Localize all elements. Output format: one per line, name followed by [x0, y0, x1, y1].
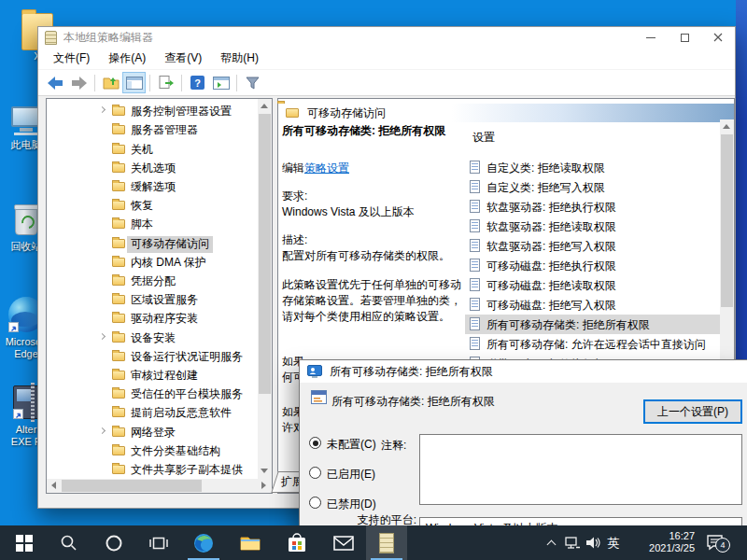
taskbar-gpedit-button[interactable] [366, 525, 407, 560]
tree-item[interactable]: 受信任的平台模块服务 [47, 384, 258, 402]
back-button[interactable] [44, 72, 67, 93]
policy-doc-icon [470, 200, 480, 213]
expand-chevron-icon[interactable] [99, 333, 106, 340]
scroll-right-arrow[interactable] [261, 482, 266, 489]
tree-item-selected[interactable]: 可移动存储访问 [47, 233, 258, 252]
cortana-button[interactable] [93, 525, 134, 560]
radio-disabled[interactable] [309, 497, 321, 509]
start-button[interactable] [4, 525, 45, 560]
menu-help[interactable]: 帮助(H) [211, 48, 268, 69]
minimize-button[interactable] [634, 27, 668, 48]
close-icon [713, 33, 723, 42]
ime-indicator[interactable]: 英 [601, 525, 626, 560]
menu-view[interactable]: 查看(V) [155, 48, 211, 69]
zip-app-icon [13, 385, 39, 419]
setting-row[interactable]: 可移动磁盘: 拒绝执行权限 [465, 256, 721, 275]
folder-icon [112, 389, 125, 399]
recycle-bin-icon [15, 207, 37, 235]
clock-time: 16:27 [624, 530, 695, 542]
tree-item[interactable]: 网络登录 [47, 422, 258, 441]
scrollbar-thumb[interactable] [259, 114, 271, 394]
taskbar-clock[interactable]: 16:27 2021/3/25 [624, 530, 695, 554]
file-explorer-button[interactable] [230, 525, 271, 560]
previous-setting-button[interactable]: 上一个设置(P) [643, 399, 742, 424]
setting-row[interactable]: 软盘驱动器: 拒绝执行权限 [465, 197, 721, 217]
gpedit-scroll-icon [379, 533, 394, 553]
tree-item[interactable]: 驱动程序安装 [47, 308, 258, 327]
maximize-button[interactable] [668, 27, 701, 48]
notification-count-badge[interactable]: 4 [715, 538, 730, 553]
tree-item[interactable]: 审核过程创建 [47, 365, 258, 384]
tree-item[interactable]: 内核 DMA 保护 [47, 252, 258, 271]
scroll-down-arrow[interactable] [261, 469, 268, 473]
tree-item[interactable]: 服务器管理器 [47, 119, 258, 138]
folder-icon [112, 333, 125, 343]
tree-vertical-scrollbar[interactable] [258, 99, 272, 479]
tree-item[interactable]: 设备运行状况证明服务 [47, 346, 258, 365]
description-label: 描述: [282, 232, 307, 248]
requirement-label: 要求: [282, 189, 307, 204]
scrollbar-thumb[interactable] [721, 134, 733, 307]
tree-item[interactable]: 文件分类基础结构 [47, 441, 258, 459]
settings-column-header[interactable]: 设置 [472, 130, 495, 146]
tree-item[interactable]: 关机选项 [47, 158, 258, 176]
expand-chevron-icon[interactable] [99, 106, 106, 113]
tree-item[interactable]: 凭据分配 [47, 271, 258, 289]
shortcut-arrow-icon [13, 409, 23, 419]
tree-item[interactable]: 恢复 [47, 195, 258, 214]
tree-item[interactable]: 提前启动反恶意软件 [47, 402, 258, 421]
comment-textarea[interactable] [419, 434, 742, 505]
tree-horizontal-scrollbar[interactable] [47, 479, 272, 493]
setting-row[interactable]: 可移动磁盘: 拒绝写入权限 [465, 295, 721, 315]
forward-button[interactable] [67, 72, 91, 93]
dialog-policy-name: 所有可移动存储类: 拒绝所有权限 [331, 394, 495, 410]
setting-row[interactable]: 所有可移动存储: 允许在远程会话中直接访问 [465, 334, 721, 354]
scroll-up-arrow[interactable] [261, 104, 268, 108]
radio-enabled[interactable] [309, 467, 321, 479]
up-one-level-button[interactable] [99, 72, 122, 93]
policy-doc-icon [470, 337, 480, 350]
tree-item[interactable]: 区域设置服务 [47, 289, 258, 308]
scroll-left-arrow[interactable] [51, 482, 56, 489]
close-button[interactable] [701, 27, 735, 48]
menu-action[interactable]: 操作(A) [99, 48, 155, 69]
desktop: X 此电脑 回收站 MicrosoftEdge AlterEXE P 本地组策略… [0, 0, 747, 560]
setting-row[interactable]: 自定义类: 拒绝写入权限 [465, 177, 721, 197]
mail-button[interactable] [323, 525, 364, 560]
task-view-button[interactable] [138, 525, 179, 560]
show-console-tree-button[interactable] [122, 72, 146, 93]
radio-enabled-label[interactable]: 已启用(E) [327, 467, 375, 483]
maximize-icon [681, 34, 689, 42]
tree-item[interactable]: 文件共享影子副本提供 [47, 459, 258, 478]
help-button[interactable]: ? [186, 72, 209, 93]
setting-row-selected[interactable]: 所有可移动存储类: 拒绝所有权限 [465, 315, 721, 334]
tree-item[interactable]: 脚本 [47, 214, 258, 232]
scrollbar-thumb[interactable] [62, 480, 202, 492]
search-button[interactable] [49, 525, 90, 560]
speaker-icon [586, 537, 600, 549]
taskbar-edge-button[interactable] [183, 525, 224, 560]
policy-settings-link[interactable]: 策略设置 [304, 161, 349, 175]
dialog-titlebar[interactable]: 所有可移动存储类: 拒绝所有权限 [300, 360, 747, 383]
window-titlebar[interactable]: 本地组策略编辑器 [38, 27, 735, 48]
toolbar-separator [94, 75, 95, 91]
show-extended-view-button[interactable] [209, 72, 233, 93]
policy-doc-icon [470, 219, 480, 232]
expand-chevron-icon[interactable] [99, 427, 106, 434]
scroll-up-arrow[interactable] [723, 124, 730, 129]
setting-row[interactable]: 自定义类: 拒绝读取权限 [465, 158, 721, 177]
radio-not-configured[interactable] [309, 437, 321, 449]
setting-row[interactable]: 可移动磁盘: 拒绝读取权限 [465, 275, 721, 295]
radio-not-configured-label[interactable]: 未配置(C) [327, 437, 376, 453]
menu-file[interactable]: 文件(F) [44, 48, 99, 69]
setting-row[interactable]: 软盘驱动器: 拒绝写入权限 [465, 236, 721, 256]
tree-item[interactable]: 关机 [47, 139, 258, 158]
tree-item[interactable]: 服务控制管理器设置 [47, 101, 258, 119]
microsoft-store-button[interactable] [276, 525, 317, 560]
export-list-button[interactable] [154, 72, 177, 93]
radio-disabled-label[interactable]: 已禁用(D) [327, 497, 376, 512]
tree-item[interactable]: 设备安装 [47, 328, 258, 346]
setting-row[interactable]: 软盘驱动器: 拒绝读取权限 [465, 217, 721, 236]
tree-item[interactable]: 缓解选项 [47, 176, 258, 195]
filter-button[interactable] [241, 72, 264, 93]
